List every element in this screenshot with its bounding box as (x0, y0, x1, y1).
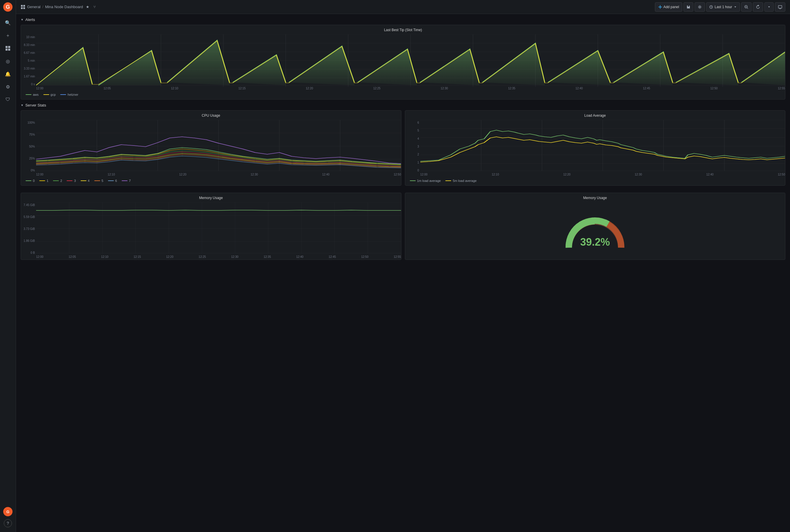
alerts-collapse-arrow: ▼ (21, 18, 23, 21)
legend-aws: aws (25, 93, 39, 96)
last-best-tip-chart (36, 34, 785, 87)
memory-usage-chart-title: Memory Usage (21, 193, 401, 201)
svg-rect-1 (8, 46, 10, 48)
gauge-value: 39.2% (580, 236, 610, 248)
legend-hetzner: hetzner (60, 93, 78, 96)
alerts-section-label: Alerts (25, 17, 35, 22)
grafana-logo[interactable]: G (3, 2, 13, 12)
gcp-color (43, 94, 49, 95)
last-best-tip-title: Last Best Tip (Slot Time) (21, 25, 785, 33)
legend-cpu-6: 6 (108, 179, 117, 183)
svg-marker-41 (613, 52, 673, 85)
help-icon[interactable]: ? (4, 519, 12, 527)
star-icon[interactable]: ★ (85, 3, 91, 10)
svg-rect-4 (21, 5, 23, 7)
cpu-chart (36, 120, 401, 172)
user-avatar[interactable]: G (3, 507, 13, 516)
memory-y-axis: 7.45 GiB5.59 GiB3.73 GiB1.86 GiB0 B (21, 202, 36, 260)
svg-marker-38 (420, 49, 479, 85)
memory-usage-gauge-title: Memory Usage (583, 193, 607, 201)
aws-color (25, 94, 32, 95)
legend-cpu-5: 5 (94, 179, 104, 183)
server-stats-section-header[interactable]: ▼ Server Stats (21, 103, 785, 108)
settings-button[interactable] (695, 2, 705, 12)
share-icon[interactable]: ⑂ (92, 3, 97, 10)
last-best-tip-panel: Last Best Tip (Slot Time) 10 min 8.33 mi… (21, 25, 785, 99)
save-icon (686, 5, 690, 9)
gauge-container: 39.2% (557, 201, 633, 260)
breadcrumb-separator: / (42, 5, 43, 9)
svg-rect-0 (5, 46, 7, 48)
more-options-button[interactable] (765, 2, 774, 12)
breadcrumb: General / Mina Node Dashboard ★ ⑂ (21, 3, 653, 10)
cpu-usage-panel: CPU Usage 100%75%50%25%0% (21, 110, 401, 186)
page-title: Mina Node Dashboard (45, 5, 83, 9)
main-content: General / Mina Node Dashboard ★ ⑂ Add pa… (16, 0, 790, 532)
add-panel-button[interactable]: Add panel (655, 2, 682, 12)
refresh-button[interactable] (753, 2, 763, 12)
search-icon[interactable]: 🔍 (2, 17, 14, 28)
save-button[interactable] (683, 2, 693, 12)
shield-icon[interactable]: 🛡 (2, 94, 14, 106)
alerts-section-header[interactable]: ▼ Alerts (21, 17, 785, 22)
add-icon[interactable]: ＋ (2, 30, 14, 41)
display-button[interactable] (775, 2, 785, 12)
svg-marker-37 (357, 49, 417, 85)
legend-cpu-3: 3 (67, 179, 76, 183)
svg-marker-34 (167, 40, 229, 85)
memory-usage-chart-panel: Memory Usage 7.45 GiB5.59 GiB3.73 GiB1.8… (21, 193, 401, 260)
explore-icon[interactable]: ◎ (2, 55, 14, 67)
load-chart (420, 120, 785, 172)
memory-chart (36, 202, 401, 255)
svg-rect-7 (23, 7, 25, 9)
last-best-tip-legend: aws gcp hetzner (21, 91, 785, 99)
topbar: General / Mina Node Dashboard ★ ⑂ Add pa… (16, 0, 790, 14)
grid-icon (21, 5, 25, 9)
load-x-axis: 12:0012:1012:2012:3012:4012:50 (420, 172, 785, 177)
load-average-title: Load Average (405, 111, 785, 119)
memory-usage-gauge-panel: Memory Usage (405, 193, 786, 260)
svg-rect-2 (5, 49, 7, 51)
last-best-tip-y-axis: 10 min 8.33 min 6.67 min 5 min 3.33 min … (21, 34, 36, 91)
svg-rect-3 (8, 49, 10, 51)
load-average-panel: Load Average 6543210 (405, 110, 786, 186)
time-range-button[interactable]: Last 1 hour (706, 2, 740, 12)
display-icon (778, 5, 782, 9)
cpu-x-axis: 12:0012:1012:2012:3012:4012:50 (36, 172, 401, 177)
add-panel-icon (658, 5, 662, 9)
server-stats-bottom-row: Memory Usage 7.45 GiB5.59 GiB3.73 GiB1.8… (21, 193, 785, 263)
hetzner-color (60, 94, 66, 95)
server-stats-top-row: CPU Usage 100%75%50%25%0% (21, 110, 785, 189)
settings-icon[interactable]: ⚙ (2, 81, 14, 93)
cpu-usage-title: CPU Usage (21, 111, 401, 119)
server-stats-collapse-arrow: ▼ (21, 103, 23, 107)
time-range-label: Last 1 hour (715, 5, 732, 9)
svg-rect-9 (658, 7, 662, 7)
legend-cpu-1: 1 (39, 179, 48, 183)
legend-cpu-2: 2 (53, 179, 62, 183)
svg-rect-6 (21, 7, 23, 9)
cpu-legend: 0 1 2 3 4 5 6 7 (21, 177, 401, 185)
legend-5m-load: 5m load average (445, 179, 476, 183)
load-legend: 1m load average 5m load average (405, 177, 785, 185)
legend-1m-load: 1m load average (410, 179, 441, 183)
gear-icon (698, 5, 702, 9)
alerting-icon[interactable]: 🔔 (2, 68, 14, 80)
legend-cpu-7: 7 (122, 179, 131, 183)
zoom-out-button[interactable] (741, 2, 752, 12)
server-stats-section-label: Server Stats (25, 103, 46, 108)
legend-cpu-0: 0 (25, 179, 35, 183)
svg-rect-13 (778, 5, 782, 8)
clock-icon (709, 5, 713, 9)
legend-cpu-4: 4 (81, 179, 90, 183)
chevron-down-icon (734, 5, 737, 8)
sidebar: G 🔍 ＋ ◎ 🔔 ⚙ 🛡 G ? (0, 0, 16, 532)
cpu-y-axis: 100%75%50%25%0% (21, 120, 36, 177)
svg-point-10 (699, 6, 700, 7)
add-panel-label: Add panel (663, 5, 679, 9)
svg-marker-33 (98, 50, 161, 85)
last-best-tip-x-axis: 12:0012:0512:1012:15 12:2012:2512:3012:3… (36, 87, 785, 91)
svg-marker-40 (548, 50, 610, 85)
breadcrumb-parent[interactable]: General (27, 5, 40, 9)
dashboards-icon[interactable] (2, 42, 14, 54)
